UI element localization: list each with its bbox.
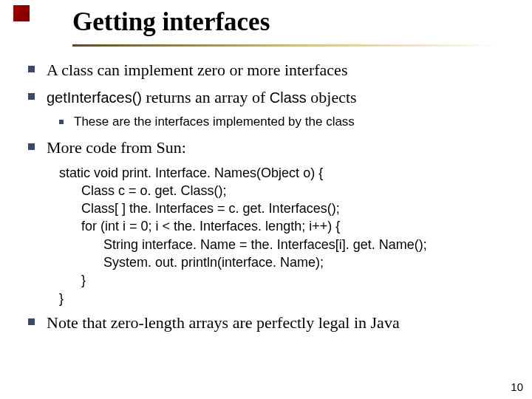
bullet-text: getInterfaces() returns an array of Clas… [47,86,357,108]
slide: Getting interfaces A class can implement… [0,0,532,399]
title-block: Getting interfaces [72,7,499,47]
square-bullet-icon [28,143,35,150]
text-fragment: returns an array of [142,88,270,106]
square-bullet-icon [28,93,35,100]
page-number: 10 [511,381,523,393]
square-bullet-icon [28,66,35,72]
text-fragment: objects [307,88,357,106]
title-underline [72,44,499,47]
code-block: static void print. Interface. Names(Obje… [59,164,508,307]
bullet-text: More code from Sun: [47,137,186,158]
bullet-level2: These are the interfaces implemented by … [59,114,508,130]
square-bullet-icon [28,318,35,325]
bullet-level1: More code from Sun: [28,137,508,158]
inline-code: getInterfaces() [47,89,142,106]
bullet-level1: getInterfaces() returns an array of Clas… [28,86,508,108]
square-bullet-icon [59,120,64,124]
bullet-text: A class can implement zero or more inter… [47,59,347,81]
title-accent [13,5,30,21]
bullet-level1: Note that zero-length arrays are perfect… [28,312,508,333]
slide-body: A class can implement zero or more inter… [28,59,508,339]
slide-title: Getting interfaces [72,7,499,43]
bullet-text: These are the interfaces implemented by … [74,114,355,130]
bullet-text: Note that zero-length arrays are perfect… [47,312,400,333]
inline-code: Class [270,89,307,106]
bullet-level1: A class can implement zero or more inter… [28,59,508,81]
